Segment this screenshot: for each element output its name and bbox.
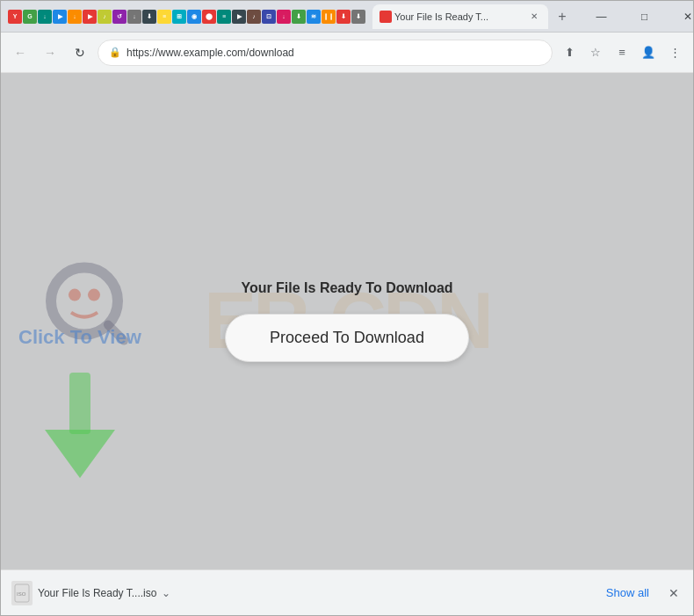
download-item: ISO Your File Is Ready T....iso ⌄ [11, 581, 590, 605]
back-button[interactable]: ← [8, 40, 33, 65]
extension-icon-2[interactable]: ↓ [38, 10, 52, 24]
extension-icon-12[interactable]: ◉ [187, 10, 201, 24]
extension-icon-19[interactable]: ⬇ [292, 10, 306, 24]
ready-text: Your File Is Ready To Download [241, 280, 452, 296]
extension-icon-15[interactable]: ▶ [232, 10, 246, 24]
browser-window: YG↓▶↓▶♪↺↓⬇≡⊞◉⬤≡▶♪⊡↓⬇≋❙❙⬇⬇ Your File Is R… [0, 0, 694, 616]
tab-close-button[interactable]: ✕ [527, 10, 541, 24]
extension-icon-7[interactable]: ↺ [112, 10, 127, 24]
extension-icon-0[interactable]: Y [8, 10, 22, 24]
minimize-button[interactable]: — [582, 4, 621, 30]
forward-button[interactable]: → [38, 40, 62, 65]
lock-icon: 🔒 [109, 47, 121, 58]
download-file-name: Your File Is Ready T....iso [38, 587, 156, 599]
download-bar: ISO Your File Is Ready T....iso ⌄ Show a… [1, 569, 693, 615]
show-all-button[interactable]: Show all [599, 583, 656, 603]
svg-marker-5 [45, 430, 115, 478]
extension-icon-21[interactable]: ❙❙ [322, 10, 336, 24]
extension-icon-22[interactable]: ⬇ [336, 10, 351, 24]
extension-icon-3[interactable]: ▶ [53, 10, 67, 24]
extension-icon-17[interactable]: ⊡ [262, 10, 276, 24]
proceed-to-download-button[interactable]: Proceed To Download [225, 314, 469, 362]
tab-bar: YG↓▶↓▶♪↺↓⬇≡⊞◉⬤≡▶♪⊡↓⬇≋❙❙⬇⬇ Your File Is R… [8, 1, 573, 32]
svg-text:ISO: ISO [17, 591, 26, 597]
new-tab-button[interactable]: + [552, 6, 573, 27]
extension-icon-13[interactable]: ⬤ [202, 10, 216, 24]
svg-rect-4 [69, 373, 90, 434]
address-actions: ⬆ ☆ ≡ 👤 ⋮ [558, 41, 686, 64]
refresh-button[interactable]: ↻ [68, 40, 92, 65]
extension-icon-4[interactable]: ↓ [68, 10, 82, 24]
close-button[interactable]: ✕ [668, 4, 694, 30]
extension-icon-11[interactable]: ⊞ [172, 10, 186, 24]
green-arrow [45, 373, 115, 482]
extension-icon-23[interactable]: ⬇ [351, 10, 365, 24]
extension-icon-14[interactable]: ≡ [217, 10, 231, 24]
profile-button[interactable]: 👤 [637, 41, 660, 64]
extension-icon-6[interactable]: ♪ [98, 10, 112, 24]
maximize-button[interactable]: □ [625, 4, 664, 30]
address-text: https://www.example.com/download [127, 47, 541, 59]
extension-icon-20[interactable]: ≋ [307, 10, 321, 24]
content-box: Your File Is Ready To Download Proceed T… [225, 280, 469, 362]
click-to-view-text: Click To View [18, 326, 141, 349]
svg-point-3 [88, 288, 100, 301]
tab-title: Your File Is Ready T... [394, 11, 524, 22]
active-tab[interactable]: Your File Is Ready T... ✕ [372, 4, 548, 29]
extension-icon-8[interactable]: ↓ [127, 10, 141, 24]
download-chevron-icon[interactable]: ⌄ [162, 587, 170, 599]
extension-icon-18[interactable]: ↓ [277, 10, 291, 24]
bookmark-button[interactable]: ☆ [584, 41, 607, 64]
tab-favicon [380, 11, 392, 23]
menu-button[interactable]: ⋮ [663, 41, 686, 64]
extension-icon-1[interactable]: G [23, 10, 37, 24]
tab-search-button[interactable]: ≡ [611, 41, 633, 64]
webpage-content: ER-CDN Click To View [1, 73, 693, 569]
extension-icon-16[interactable]: ♪ [247, 10, 261, 24]
svg-point-2 [69, 288, 81, 301]
address-field[interactable]: 🔒 https://www.example.com/download [98, 40, 553, 66]
extension-icon-10[interactable]: ≡ [157, 10, 171, 24]
share-button[interactable]: ⬆ [558, 41, 581, 64]
extension-icons: YG↓▶↓▶♪↺↓⬇≡⊞◉⬤≡▶♪⊡↓⬇≋❙❙⬇⬇ [8, 10, 365, 24]
window-controls: — □ ✕ [582, 4, 694, 30]
title-bar: YG↓▶↓▶♪↺↓⬇≡⊞◉⬤≡▶♪⊡↓⬇≋❙❙⬇⬇ Your File Is R… [1, 1, 693, 33]
extension-icon-9[interactable]: ⬇ [142, 10, 156, 24]
download-file-icon: ISO [11, 581, 33, 605]
extension-icon-5[interactable]: ▶ [83, 10, 97, 24]
download-bar-close-button[interactable]: ✕ [665, 584, 683, 602]
address-bar: ← → ↻ 🔒 https://www.example.com/download… [1, 33, 693, 73]
